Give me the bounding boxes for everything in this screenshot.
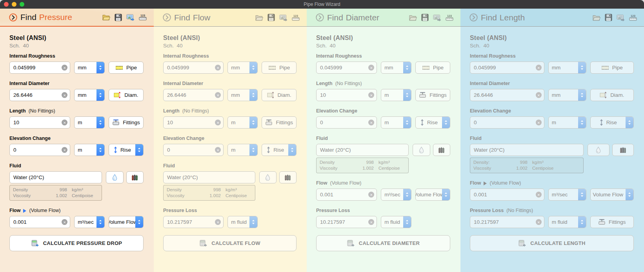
volume-flow-select[interactable]: Volume Flow: [415, 189, 450, 201]
clear-input-icon[interactable]: ×: [368, 120, 374, 125]
flow-unit-select[interactable]: m³/sec: [381, 189, 411, 201]
pipe-button[interactable]: Pipe: [415, 62, 450, 74]
fluid-name-input[interactable]: Water (20°C): [163, 171, 255, 183]
units-button[interactable]: 123: [139, 14, 147, 21]
internal-roughness-unit-select[interactable]: mm: [227, 62, 258, 74]
internal-roughness-input[interactable]: [474, 65, 534, 71]
internal-diameter-input[interactable]: [167, 92, 213, 98]
clear-input-icon[interactable]: ×: [215, 92, 221, 98]
export-image-button[interactable]: [279, 14, 287, 21]
clear-input-icon[interactable]: ×: [215, 120, 221, 125]
internal-diameter-unit-select[interactable]: mm: [227, 89, 258, 101]
internal-diameter-unit-select[interactable]: mm: [548, 89, 586, 101]
internal-roughness-input[interactable]: [320, 65, 367, 71]
fluid-name-input[interactable]: Water (20°C): [9, 171, 102, 183]
diam-button[interactable]: Diam.: [109, 89, 144, 101]
save-file-button[interactable]: [115, 14, 122, 21]
zoom-button[interactable]: [20, 2, 24, 7]
internal-roughness-input[interactable]: [13, 65, 60, 71]
minimize-button[interactable]: [12, 2, 16, 7]
export-image-button[interactable]: [433, 14, 441, 21]
gas-fluid-button[interactable]: [433, 144, 450, 156]
calculate-button[interactable]: CALCULATE FLOW: [163, 235, 297, 251]
clear-input-icon[interactable]: ×: [62, 65, 67, 71]
water-fluid-button[interactable]: [413, 144, 430, 156]
flow-input[interactable]: [320, 192, 367, 198]
clear-input-icon[interactable]: ×: [368, 192, 374, 198]
gas-fluid-button[interactable]: [279, 171, 297, 183]
fittings-button[interactable]: Fittings: [109, 116, 144, 129]
water-fluid-button[interactable]: [588, 144, 609, 156]
fittings-button[interactable]: Fittings: [262, 116, 297, 129]
open-file-button[interactable]: [255, 14, 263, 21]
pipe-button[interactable]: Pipe: [262, 62, 297, 74]
internal-diameter-input[interactable]: [474, 92, 534, 98]
elevation-change-unit-select[interactable]: m: [548, 116, 586, 129]
volume-flow-select[interactable]: Volume Flow: [590, 189, 634, 201]
diam-button[interactable]: Diam.: [590, 89, 634, 101]
internal-roughness-unit-select[interactable]: mm: [74, 62, 105, 74]
clear-input-icon[interactable]: ×: [368, 219, 374, 225]
rise-select[interactable]: Rise: [590, 116, 634, 129]
gas-fluid-button[interactable]: [126, 171, 144, 183]
clear-input-icon[interactable]: ×: [62, 147, 67, 153]
clear-input-icon[interactable]: ×: [536, 219, 542, 225]
internal-roughness-unit-select[interactable]: mm: [548, 62, 586, 74]
internal-diameter-unit-select[interactable]: mm: [74, 89, 105, 101]
elevation-change-unit-select[interactable]: m: [74, 144, 105, 156]
volume-flow-select[interactable]: Volume Flow: [109, 216, 144, 228]
internal-roughness-unit-select[interactable]: mm: [381, 62, 411, 74]
elevation-change-input[interactable]: [474, 120, 534, 125]
water-fluid-button[interactable]: [259, 171, 277, 183]
flow-input[interactable]: [474, 192, 534, 198]
length-input[interactable]: [167, 120, 213, 125]
length-unit-select[interactable]: m: [74, 116, 105, 129]
clear-input-icon[interactable]: ×: [215, 147, 221, 153]
water-fluid-button[interactable]: [106, 171, 123, 183]
units-button[interactable]: 123: [292, 14, 300, 21]
pipe-button[interactable]: Pipe: [590, 62, 634, 74]
clear-input-icon[interactable]: ×: [536, 92, 542, 98]
clear-input-icon[interactable]: ×: [62, 120, 67, 125]
export-image-button[interactable]: [126, 14, 135, 21]
open-file-button[interactable]: [592, 14, 600, 21]
gas-fluid-button[interactable]: [612, 144, 634, 156]
pressure-loss-unit-select[interactable]: m fluid: [227, 216, 258, 228]
elevation-change-unit-select[interactable]: m: [227, 144, 258, 156]
elevation-change-input[interactable]: [13, 147, 60, 153]
fittings-button[interactable]: Fittings: [590, 216, 634, 228]
elevation-change-input[interactable]: [167, 147, 213, 153]
internal-diameter-input[interactable]: [13, 92, 60, 98]
clear-input-icon[interactable]: ×: [368, 65, 374, 71]
calculate-button[interactable]: CALCULATE LENGTH: [470, 235, 634, 251]
save-file-button[interactable]: [421, 14, 429, 21]
save-file-button[interactable]: [605, 14, 612, 21]
rise-select[interactable]: Rise: [262, 144, 297, 156]
length-input[interactable]: [320, 92, 367, 98]
pressure-loss-input[interactable]: [474, 219, 534, 225]
pipe-button[interactable]: Pipe: [109, 62, 144, 74]
pressure-loss-input[interactable]: [320, 219, 367, 225]
calculate-button[interactable]: CALCULATE DIAMETER: [316, 235, 450, 251]
clear-input-icon[interactable]: ×: [536, 120, 542, 125]
open-file-button[interactable]: [409, 14, 417, 21]
elevation-change-unit-select[interactable]: m: [381, 116, 411, 129]
clear-input-icon[interactable]: ×: [62, 92, 67, 98]
clear-input-icon[interactable]: ×: [536, 192, 542, 198]
length-unit-select[interactable]: m: [227, 116, 258, 129]
rise-select[interactable]: Rise: [415, 116, 450, 129]
length-input[interactable]: [13, 120, 60, 125]
fluid-name-input[interactable]: Water (20°C): [470, 144, 584, 156]
pressure-loss-unit-select[interactable]: m fluid: [381, 216, 411, 228]
units-button[interactable]: 123: [629, 14, 637, 21]
length-unit-select[interactable]: m: [381, 89, 411, 101]
flow-input[interactable]: [13, 219, 60, 225]
internal-roughness-input[interactable]: [167, 65, 213, 71]
pressure-loss-input[interactable]: [167, 219, 213, 225]
flow-unit-select[interactable]: m³/sec: [74, 216, 105, 228]
calculate-button[interactable]: CALCULATE PRESSURE DROP: [9, 235, 144, 251]
export-image-button[interactable]: [617, 14, 625, 21]
diam-button[interactable]: Diam.: [262, 89, 297, 101]
clear-input-icon[interactable]: ×: [536, 65, 542, 71]
units-button[interactable]: 123: [446, 14, 453, 21]
